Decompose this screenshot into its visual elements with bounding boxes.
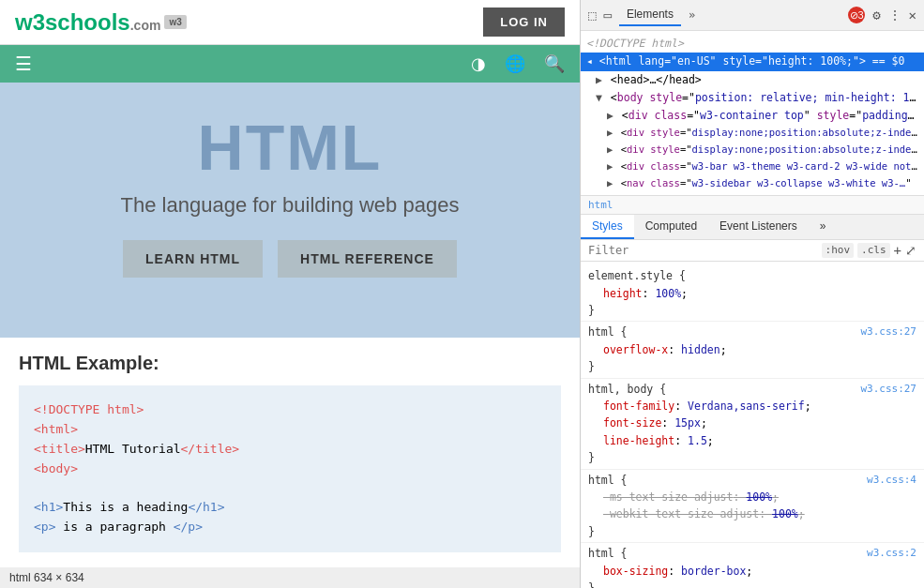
cursor-icon[interactable]: ⬚	[588, 8, 596, 23]
w3-navbar: ☰ ◑ 🌐 🔍	[0, 45, 580, 83]
css-close-brace: }	[588, 302, 916, 319]
hero-subtitle: The language for building web pages	[19, 193, 561, 218]
code-line-2: <html>	[34, 420, 546, 440]
code-line-3: <title>HTML Tutorial</title>	[34, 440, 546, 460]
triangle-icon: ▶	[607, 177, 613, 188]
breadcrumb-html[interactable]: html	[588, 199, 613, 211]
logo-w3schools: w3schools.com	[15, 9, 160, 36]
add-style-icon[interactable]: +	[894, 243, 901, 258]
css-selector-html-2: html { w3.css:2	[588, 545, 916, 562]
more-tabs-icon[interactable]: »	[689, 8, 695, 22]
hero-title: HTML	[19, 111, 561, 184]
code-line-1: <!DOCTYPE html>	[34, 400, 546, 420]
w3-logo: w3schools.com w3	[15, 9, 187, 36]
more-options-icon[interactable]: ⋮	[888, 8, 901, 23]
css-filter-bar: :hov .cls + ⤢	[581, 240, 924, 262]
css-selector-element: element.style {	[588, 267, 916, 284]
cls-badge[interactable]: .cls	[857, 243, 890, 258]
error-count: 3	[858, 9, 864, 21]
device-icon[interactable]: ▭	[603, 8, 611, 23]
triangle-icon: ▼	[596, 91, 602, 104]
settings-icon[interactable]: ⚙	[872, 8, 880, 23]
dom-line-body[interactable]: ▼ <body style="position: relative; min-h…	[581, 89, 924, 107]
css-prop-box-sizing: box-sizing: border-box;	[588, 563, 916, 580]
css-rules: element.style { height: 100%; } html { w…	[581, 262, 924, 588]
devtools-panel: ⬚ ▭ Elements » ⊘ 3 ⚙ ⋮ ✕ <!DOCTYPE html>…	[580, 0, 924, 588]
triangle-icon: ▶	[607, 143, 613, 155]
css-rule-html-2: html { w3.css:2 box-sizing: border-box; …	[581, 543, 924, 588]
css-selector-html-4: html { w3.css:4	[588, 472, 916, 489]
hero-buttons: LEARN HTML HTML REFERENCE	[19, 240, 561, 278]
example-section: HTML Example: <!DOCTYPE html> <html> <ti…	[0, 338, 580, 567]
css-filter-input[interactable]	[588, 244, 816, 257]
close-icon[interactable]: ✕	[909, 8, 916, 23]
hamburger-icon[interactable]: ☰	[15, 53, 32, 75]
login-button[interactable]: LOG IN	[483, 8, 565, 37]
css-source-w3-27a[interactable]: w3.css:27	[860, 324, 916, 340]
css-prop-ms-text: -ms-text-size-adjust: 100%;	[588, 489, 916, 505]
css-prop-line-height: line-height: 1.5;	[588, 432, 916, 449]
code-line-5	[34, 479, 546, 499]
tab-styles[interactable]: Styles	[581, 215, 634, 239]
logo-box: w3	[164, 15, 186, 29]
css-rule-html-1: html { w3.css:27 overflow-x: hidden; }	[581, 322, 924, 378]
devtools-header: ⬚ ▭ Elements » ⊘ 3 ⚙ ⋮ ✕	[581, 0, 924, 31]
css-prop-height: height: 100%;	[588, 285, 916, 302]
css-close-brace-2: }	[588, 358, 916, 375]
dom-line-doctype[interactable]: <!DOCTYPE html>	[581, 35, 924, 53]
css-close-brace-3: }	[588, 449, 916, 466]
css-prop-font-size: font-size: 15px;	[588, 415, 916, 431]
dom-line-div4[interactable]: ▶ <div class="w3-bar w3-theme w3-card-2 …	[581, 158, 924, 175]
dom-line-div1[interactable]: ▶ <div class="w3-container top" style="p…	[581, 107, 924, 125]
dom-line-html[interactable]: ◂ <html lang="en-US" style="height: 100%…	[581, 53, 924, 70]
code-line-7: <p> is a paragraph </p>	[34, 518, 546, 537]
css-close-brace-5: }	[588, 580, 916, 588]
dom-tree: <!DOCTYPE html> ◂ <html lang="en-US" sty…	[581, 31, 924, 196]
triangle-icon: ▶	[596, 73, 602, 86]
triangle-icon: ▶	[607, 160, 613, 172]
contrast-icon[interactable]: ◑	[471, 53, 486, 74]
filter-badges: :hov .cls + ⤢	[822, 243, 916, 258]
dom-line-head[interactable]: ▶ <head>…</head>	[581, 71, 924, 89]
hov-badge[interactable]: :hov	[822, 243, 855, 258]
css-source-w3-4[interactable]: w3.css:4	[867, 472, 916, 489]
css-rule-html-4: html { w3.css:4 -ms-text-size-adjust: 10…	[581, 470, 924, 544]
error-badge[interactable]: ⊘ 3	[848, 7, 865, 23]
code-line-6: <h1>This is a heading</h1>	[34, 498, 546, 518]
learn-html-button[interactable]: LEARN HTML	[123, 240, 263, 278]
devtools-tabs: Styles Computed Event Listeners »	[581, 215, 924, 240]
css-selector-html-body: html, body { w3.css:27	[588, 381, 916, 398]
status-bar: html 634 × 634	[0, 567, 580, 588]
html-reference-button[interactable]: HTML REFERENCE	[278, 240, 457, 278]
nav-icons: ◑ 🌐 🔍	[471, 53, 565, 74]
search-icon[interactable]: 🔍	[544, 53, 565, 74]
css-prop-font-family: font-family: Verdana,sans-serif;	[588, 398, 916, 415]
elements-tab[interactable]: Elements	[619, 4, 681, 26]
css-prop-webkit-text: -webkit-text-size-adjust: 100%;	[588, 505, 916, 522]
tab-computed[interactable]: Computed	[634, 215, 708, 239]
tab-more[interactable]: »	[809, 215, 838, 239]
css-prop-overflow: overflow-x: hidden;	[588, 341, 916, 358]
dom-line-div2[interactable]: ▶ <div style="display:none;position:abso…	[581, 125, 924, 142]
css-source-w3-27b[interactable]: w3.css:27	[860, 381, 916, 398]
css-selector-html-1: html { w3.css:27	[588, 324, 916, 340]
css-rule-element-style: element.style { height: 100%; }	[581, 265, 924, 322]
expand-icon[interactable]: ⤢	[905, 243, 916, 258]
error-icon: ⊘	[850, 9, 858, 22]
dom-line-div3[interactable]: ▶ <div style="display:none;position:abso…	[581, 142, 924, 158]
css-source-w3-2[interactable]: w3.css:2	[867, 545, 916, 562]
dom-line-nav[interactable]: ▶ <nav class="w3-sidebar w3-collapse w3-…	[581, 175, 924, 192]
css-rule-html-body: html, body { w3.css:27 font-family: Verd…	[581, 379, 924, 470]
code-line-4: <body>	[34, 460, 546, 479]
globe-icon[interactable]: 🌐	[505, 53, 525, 74]
triangle-icon: ▶	[607, 109, 613, 122]
tab-event-listeners[interactable]: Event Listeners	[708, 215, 809, 239]
code-block: <!DOCTYPE html> <html> <title>HTML Tutor…	[19, 385, 561, 552]
triangle-icon: ▶	[607, 127, 613, 138]
css-close-brace-4: }	[588, 523, 916, 540]
left-panel: w3schools.com w3 LOG IN ☰ ◑ 🌐 🔍 HTML The…	[0, 0, 580, 588]
dom-breadcrumb: html	[581, 196, 924, 215]
hero-section: HTML The language for building web pages…	[0, 83, 580, 338]
w3-header: w3schools.com w3 LOG IN	[0, 0, 580, 45]
example-title: HTML Example:	[19, 353, 561, 374]
